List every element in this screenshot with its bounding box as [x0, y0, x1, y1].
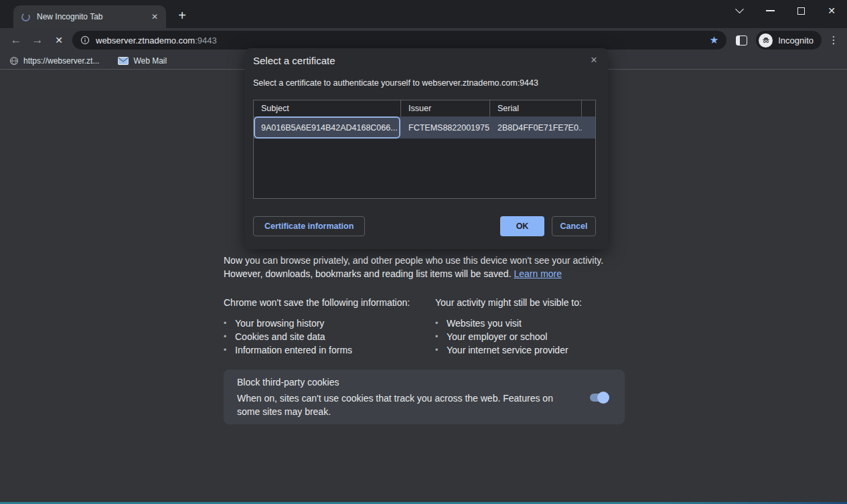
tab-search-button[interactable]: [724, 0, 755, 21]
list-item-text: Your browsing history: [235, 317, 324, 330]
ok-button[interactable]: OK: [500, 216, 544, 236]
intro-line1: Now you can browse privately, and other …: [224, 254, 603, 267]
bookmark-label: Web Mail: [133, 56, 167, 66]
block-cookies-toggle[interactable]: [590, 394, 607, 402]
list-item-text: Information entered in forms: [235, 343, 352, 357]
dialog-subtitle: Select a certificate to authenticate you…: [253, 78, 538, 88]
intro-line2-text: However, downloads, bookmarks and readin…: [224, 268, 512, 279]
cookie-card-title: Block third-party cookies: [237, 377, 611, 388]
bookmark-label: https://webserver.zt...: [23, 56, 99, 66]
wont-save-heading: Chrome won't save the following informat…: [224, 297, 435, 308]
list-item: •Your browsing history: [224, 317, 435, 330]
url-text: webserver.ztnademo.com:9443: [96, 35, 708, 46]
dialog-actions: Certificate information OK Cancel: [253, 216, 596, 236]
page-info-icon[interactable]: [80, 35, 90, 45]
dialog-title: Select a certificate: [253, 55, 335, 66]
bullet-icon: •: [435, 330, 447, 343]
certificate-information-button[interactable]: Certificate information: [253, 216, 365, 236]
close-icon: ✕: [828, 5, 836, 16]
chevron-down-icon: [735, 5, 744, 13]
list-item-text: Cookies and site data: [235, 330, 325, 343]
menu-kebab-icon[interactable]: ⋮: [826, 31, 842, 50]
side-panel-button[interactable]: [730, 29, 752, 51]
list-item: •Information entered in forms: [224, 343, 435, 357]
cert-serial-cell: 2B8D4FF0E71FE7E0...: [490, 123, 582, 133]
list-item-text: Your employer or school: [447, 330, 547, 343]
tab-close-icon[interactable]: ✕: [149, 11, 161, 23]
certificate-table-header: Subject Issuer Serial: [254, 100, 595, 116]
intro-line2: However, downloads, bookmarks and readin…: [224, 267, 603, 280]
cert-issuer-cell: FCTEMS8822001975: [401, 123, 490, 133]
url-host: webserver.ztnademo.com: [96, 35, 195, 46]
list-item: •Your employer or school: [435, 330, 582, 343]
tab-new-incognito[interactable]: New Incognito Tab ✕: [13, 5, 166, 28]
window-close-button[interactable]: ✕: [816, 0, 847, 21]
tab-strip: New Incognito Tab ✕ + ✕: [0, 0, 847, 28]
stop-loading-button[interactable]: ✕: [48, 29, 70, 51]
still-visible-column: Your activity might still be visible to:…: [435, 297, 582, 357]
cookie-card-description: When on, sites can't use cookies that tr…: [237, 392, 577, 418]
tab-title: New Incognito Tab: [37, 12, 149, 21]
list-item: •Your internet service provider: [435, 343, 582, 357]
dialog-close-icon[interactable]: ✕: [588, 54, 600, 66]
incognito-icon: [759, 33, 773, 48]
window-controls: ✕: [724, 0, 847, 21]
bookmark-webserver[interactable]: https://webserver.zt...: [9, 56, 99, 66]
globe-icon: [9, 56, 19, 66]
bullet-icon: •: [224, 343, 235, 357]
back-button[interactable]: ←: [5, 29, 27, 51]
incognito-intro-text: Now you can browse privately, and other …: [224, 254, 603, 280]
mail-icon: [118, 57, 129, 65]
list-item-text: Websites you visit: [447, 317, 522, 330]
bookmark-star-icon[interactable]: ★: [708, 34, 720, 46]
window-minimize-button[interactable]: [755, 0, 785, 21]
still-visible-heading: Your activity might still be visible to:: [435, 297, 582, 308]
cert-subject-cell: 9A016B5A6E914B42AD4168C066...: [254, 123, 401, 133]
bullet-icon: •: [435, 343, 447, 357]
new-tab-button[interactable]: +: [173, 7, 191, 25]
minimize-icon: [766, 10, 775, 11]
certificate-table: Subject Issuer Serial 9A016B5A6E914B42AD…: [253, 100, 596, 199]
incognito-profile-badge[interactable]: Incognito: [756, 31, 822, 50]
forward-button[interactable]: →: [27, 29, 48, 51]
tab-loading-spinner-icon: [21, 11, 31, 21]
column-header-spacer: [582, 100, 595, 116]
cancel-button[interactable]: Cancel: [552, 216, 596, 236]
list-item: •Cookies and site data: [224, 330, 435, 343]
column-header-issuer: Issuer: [401, 100, 490, 116]
column-header-subject: Subject: [254, 100, 401, 116]
learn-more-link[interactable]: Learn more: [514, 268, 562, 279]
incognito-label: Incognito: [778, 35, 814, 46]
bookmark-web-mail[interactable]: Web Mail: [118, 56, 167, 66]
privacy-columns: Chrome won't save the following informat…: [224, 297, 582, 357]
list-item-text: Your internet service provider: [447, 343, 568, 357]
bullet-icon: •: [224, 317, 235, 330]
column-header-serial: Serial: [490, 100, 582, 116]
side-panel-icon: [736, 35, 747, 46]
third-party-cookies-card: Block third-party cookies When on, sites…: [224, 369, 625, 424]
toggle-thumb: [597, 392, 609, 404]
url-port: :9443: [195, 35, 217, 46]
address-bar[interactable]: webserver.ztnademo.com:9443 ★: [72, 31, 726, 50]
certificate-row-selected[interactable]: 9A016B5A6E914B42AD4168C066... FCTEMS8822…: [254, 116, 595, 139]
window-maximize-button[interactable]: [785, 0, 816, 21]
wont-save-column: Chrome won't save the following informat…: [224, 297, 435, 357]
bullet-icon: •: [224, 330, 235, 343]
list-item: •Websites you visit: [435, 317, 582, 330]
select-certificate-dialog: ✕ Select a certificate Select a certific…: [245, 48, 608, 249]
maximize-icon: [797, 7, 805, 15]
bullet-icon: •: [435, 317, 447, 330]
